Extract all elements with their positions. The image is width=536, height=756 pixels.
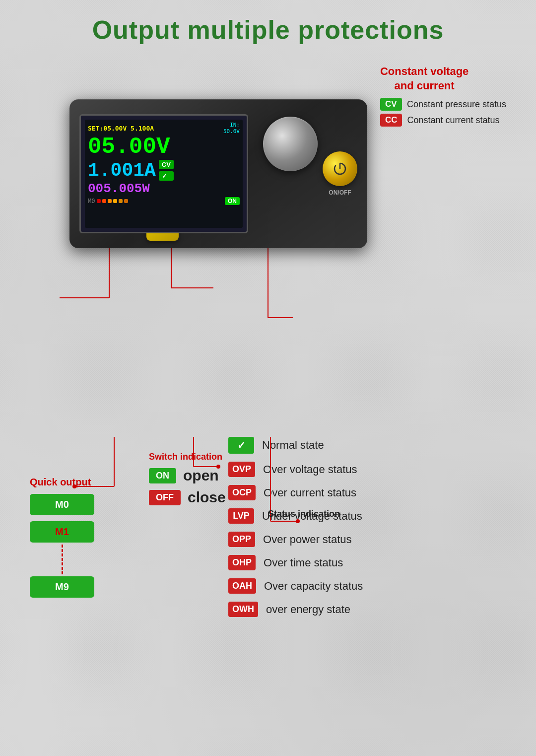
- cc-desc: Constant current status: [407, 115, 499, 126]
- lcd-dot-2: [102, 199, 106, 203]
- cv-badge: CV: [380, 98, 402, 111]
- device-knob[interactable]: [263, 117, 318, 171]
- switch-on-badge: ON: [149, 468, 176, 483]
- status-row-ovp: OVP Over voltage status: [228, 462, 506, 477]
- switch-off-text: close: [188, 489, 226, 506]
- cv-row: CV Constant pressure status: [380, 98, 506, 111]
- quick-output-m9: M9: [30, 576, 94, 598]
- status-row-opp: OPP Over power status: [228, 532, 506, 547]
- lvp-badge: LVP: [228, 508, 254, 524]
- lower-section: Quick output M0 M1 M9 Switch indication …: [0, 437, 536, 756]
- ovp-text: Over voltage status: [263, 463, 357, 476]
- lcd-dots: [97, 199, 128, 203]
- switch-off-badge: OFF: [149, 490, 181, 505]
- switch-on-text: open: [183, 467, 219, 484]
- device-power-area: ON/OFF: [323, 151, 357, 196]
- ohp-text: Over time status: [264, 556, 343, 569]
- quick-output-m0: M0: [30, 494, 94, 515]
- opp-badge: OPP: [228, 532, 255, 547]
- lcd-inner: SET:05.00V 5.100A IN:50.0V 05.00V 1.001A…: [85, 120, 243, 228]
- owh-text: over energy state: [266, 603, 350, 616]
- opp-text: Over power status: [263, 533, 352, 546]
- ohp-badge: OHP: [228, 555, 256, 570]
- lcd-dot-6: [124, 199, 128, 203]
- status-row-ocp: OCP Over current status: [228, 485, 506, 500]
- ocp-text: Over current status: [264, 486, 356, 499]
- cv-desc: Constant pressure status: [407, 99, 506, 110]
- lcd-current-row: 1.001A CV ✓: [85, 160, 243, 181]
- switch-on-row: ON open: [149, 467, 226, 484]
- lcd-dot-5: [119, 199, 123, 203]
- power-button[interactable]: [323, 151, 357, 186]
- switch-indication-title: Switch indication: [149, 452, 226, 462]
- quick-output-section: Quick output M0 M1 M9: [30, 477, 94, 598]
- status-row-normal: ✓ Normal state: [228, 437, 506, 454]
- status-row-oah: OAH Over capacity status: [228, 578, 506, 594]
- cc-row: CC Constant current status: [380, 114, 500, 127]
- lcd-screen: SET:05.00V 5.100A IN:50.0V 05.00V 1.001A…: [79, 114, 248, 233]
- lcd-dot-3: [108, 199, 112, 203]
- normal-state-badge: ✓: [228, 437, 254, 454]
- lcd-current: 1.001A: [88, 160, 156, 181]
- owh-badge: OWH: [228, 602, 258, 617]
- ocp-badge: OCP: [228, 485, 256, 500]
- cv-cc-annotation: Constant voltage and current CV Constant…: [380, 65, 506, 127]
- lcd-check-badge: ✓: [159, 171, 174, 181]
- quick-output-m1: M1: [30, 521, 94, 543]
- quick-output-title: Quick output: [30, 477, 94, 488]
- lcd-m0: M0: [88, 198, 95, 205]
- lcd-set-text: SET:05.00V 5.100A: [88, 125, 154, 132]
- lcd-dot-4: [113, 199, 117, 203]
- power-icon: [333, 161, 347, 176]
- status-items-list: ✓ Normal state OVP Over voltage status O…: [228, 437, 506, 617]
- status-indication-label-area: Status indication: [268, 509, 340, 519]
- lcd-voltage: 05.00V: [85, 135, 243, 160]
- status-row-owh: OWH over energy state: [228, 602, 506, 617]
- ovp-badge: OVP: [228, 462, 255, 477]
- lcd-set-row: SET:05.00V 5.100A IN:50.0V: [85, 120, 243, 135]
- status-row-ohp: OHP Over time status: [228, 555, 506, 570]
- dashed-line: [62, 545, 63, 574]
- switch-indication-section: Switch indication ON open OFF close: [149, 452, 226, 506]
- lcd-power: 005.005W: [85, 181, 243, 196]
- device-body: M1 V/▲ A/▼ M2 SET:05.00V 5.100A IN:50.0V: [69, 99, 367, 248]
- cv-cc-title: Constant voltage and current: [380, 65, 469, 93]
- lcd-cv-badge: CV: [159, 160, 174, 169]
- lcd-bottom-bar: M0 ON: [85, 196, 243, 206]
- normal-state-text: Normal state: [262, 439, 324, 452]
- cc-badge: CC: [380, 114, 402, 127]
- lcd-on-badge: ON: [225, 197, 240, 205]
- device-section: Constant voltage and current CV Constant…: [0, 60, 536, 367]
- lcd-dot-1: [97, 199, 101, 203]
- lcd-in-box: IN:50.0V: [223, 122, 240, 135]
- oah-text: Over capacity status: [264, 580, 363, 593]
- oah-badge: OAH: [228, 578, 256, 594]
- page-title: Output multiple protections: [0, 0, 536, 55]
- power-label: ON/OFF: [329, 189, 351, 196]
- status-indication-label: Status indication: [268, 509, 340, 519]
- switch-off-row: OFF close: [149, 489, 226, 506]
- main-container: Output multiple protections Constant vol…: [0, 0, 536, 756]
